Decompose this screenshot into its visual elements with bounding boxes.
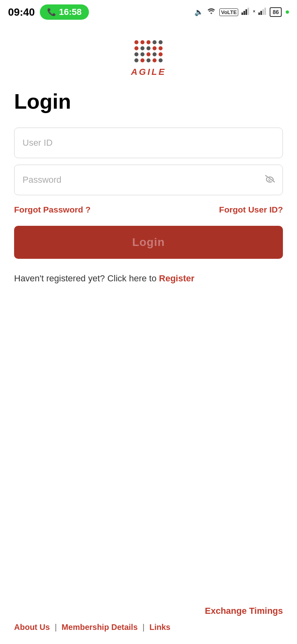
call-time: 16:58	[59, 7, 82, 17]
svg-point-18	[134, 52, 138, 56]
svg-point-9	[140, 40, 144, 44]
phone-icon: 📞	[47, 8, 56, 17]
svg-point-24	[140, 58, 144, 62]
x-icon: ˣ	[253, 9, 255, 15]
wifi-icon	[206, 8, 216, 17]
status-left: 09:40 📞 16:58	[8, 4, 89, 20]
status-right: 🔈 VoLTE ˣ	[194, 7, 289, 17]
svg-point-22	[159, 52, 163, 56]
forgot-links-row: Forgot Password ? Forgot User ID?	[14, 205, 283, 215]
register-link[interactable]: Register	[159, 273, 194, 283]
svg-point-20	[146, 52, 151, 56]
footer: Exchange Timings About Us | Membership D…	[0, 598, 297, 644]
signal-icon-2	[258, 8, 266, 17]
login-button[interactable]: Login	[14, 226, 283, 259]
battery-dot	[286, 10, 289, 14]
footer-separator-1: |	[55, 623, 57, 632]
svg-rect-4	[258, 12, 260, 15]
password-input-group	[14, 165, 283, 195]
signal-icon-1	[241, 8, 250, 17]
svg-point-17	[159, 46, 163, 50]
volume-icon: 🔈	[194, 8, 203, 17]
svg-point-10	[146, 40, 151, 44]
membership-details-link[interactable]: Membership Details	[62, 623, 138, 632]
svg-rect-2	[245, 9, 247, 15]
svg-rect-1	[243, 11, 245, 15]
svg-point-8	[134, 40, 138, 44]
svg-rect-3	[248, 8, 249, 15]
svg-point-14	[140, 46, 144, 50]
status-bar: 09:40 📞 16:58 🔈 VoLTE ˣ	[0, 0, 297, 24]
svg-rect-6	[262, 9, 264, 15]
logo: AGILE	[130, 36, 167, 77]
battery-indicator: 86	[270, 7, 282, 17]
svg-point-11	[153, 40, 157, 44]
page-title: Login	[14, 89, 283, 114]
svg-point-25	[146, 58, 151, 62]
exchange-timings-link[interactable]: Exchange Timings	[205, 606, 283, 616]
svg-rect-5	[260, 11, 262, 15]
exchange-timings-container: Exchange Timings	[14, 606, 283, 616]
toggle-password-button[interactable]	[264, 174, 276, 186]
about-us-link[interactable]: About Us	[14, 623, 50, 632]
svg-rect-7	[264, 8, 266, 15]
register-section: Haven't registered yet? Click here to Re…	[14, 273, 283, 284]
svg-rect-0	[241, 12, 243, 15]
svg-point-19	[140, 52, 144, 56]
links-link[interactable]: Links	[149, 623, 170, 632]
svg-point-26	[153, 58, 157, 62]
logo-container: AGILE	[14, 36, 283, 77]
password-wrapper	[14, 165, 283, 195]
svg-point-15	[146, 46, 151, 50]
phone-pill: 📞 16:58	[40, 4, 89, 20]
forgot-password-link[interactable]: Forgot Password ?	[14, 205, 91, 215]
volte-icon: VoLTE	[219, 8, 238, 16]
footer-links: About Us | Membership Details | Links	[14, 623, 283, 632]
main-content: AGILE Login Forgot Password ? Forgot Use…	[0, 24, 297, 284]
forgot-userid-link[interactable]: Forgot User ID?	[219, 205, 283, 215]
svg-point-16	[153, 46, 157, 50]
svg-point-27	[159, 58, 163, 62]
userid-input[interactable]	[14, 128, 283, 158]
eye-off-icon	[264, 174, 276, 183]
logo-icon	[130, 36, 167, 65]
svg-point-23	[134, 58, 138, 62]
status-time: 09:40	[8, 6, 35, 19]
logo-text: AGILE	[131, 67, 166, 77]
svg-point-13	[134, 46, 138, 50]
register-prompt-text: Haven't registered yet? Click here to	[14, 273, 159, 283]
svg-point-12	[159, 40, 163, 44]
footer-separator-2: |	[142, 623, 144, 632]
userid-input-group	[14, 128, 283, 158]
password-input[interactable]	[14, 165, 283, 195]
svg-point-21	[153, 52, 157, 56]
